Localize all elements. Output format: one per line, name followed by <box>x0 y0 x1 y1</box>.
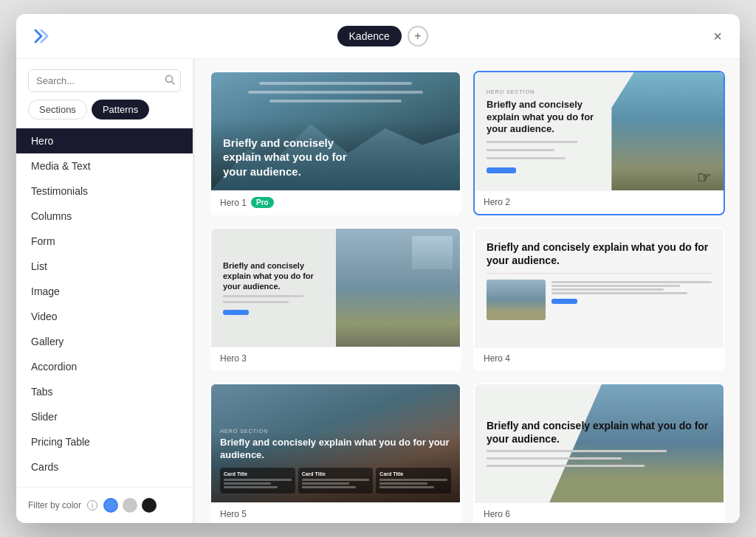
nav-item-cards[interactable]: Cards <box>16 454 193 479</box>
color-circle-gray[interactable] <box>123 498 137 513</box>
header-center: Kadence + <box>337 26 428 46</box>
cards-grid: Briefly and concisely explain what you d… <box>210 71 725 523</box>
nav-item-hero[interactable]: Hero <box>16 128 193 153</box>
color-circle-dark[interactable] <box>142 498 157 513</box>
card-hero3-image: Briefly and concisely explain what you d… <box>211 229 460 347</box>
hero4-img <box>487 280 546 320</box>
modal-body: Sections Patterns Hero Media & Text Test… <box>16 59 740 523</box>
hero3-label-text: Hero 3 <box>220 353 247 364</box>
card-hero5-label: Hero 5 <box>211 502 460 523</box>
nav-item-map[interactable]: Map <box>16 479 193 487</box>
search-icon <box>165 75 175 85</box>
card-hero2-image: HERO SECTION Briefly and concisely expla… <box>475 72 724 190</box>
tab-sections[interactable]: Sections <box>28 100 87 119</box>
nav-item-gallery[interactable]: Gallery <box>16 329 193 354</box>
hero5-eyebrow: HERO SECTION <box>220 429 451 434</box>
hero2-title: Briefly and concisely explain what you d… <box>487 99 599 136</box>
card-hero5[interactable]: HERO SECTION Briefly and concisely expla… <box>210 383 461 523</box>
color-circle-blue[interactable] <box>103 498 118 513</box>
main-modal: Kadence + × Sections <box>16 14 740 523</box>
search-input-wrap[interactable] <box>28 69 181 92</box>
card-hero3[interactable]: Briefly and concisely explain what you d… <box>210 227 461 371</box>
logo-icon <box>31 24 55 48</box>
filter-label: Filter by color <box>28 500 81 510</box>
modal-header: Kadence + × <box>16 14 740 59</box>
hero3-title: Briefly and concisely explain what you d… <box>223 260 324 292</box>
card-hero4-label: Hero 4 <box>475 347 724 370</box>
nav-item-image[interactable]: Image <box>16 279 193 304</box>
nav-item-slider[interactable]: Slider <box>16 404 193 429</box>
search-container <box>16 59 193 100</box>
hero5-label-text: Hero 5 <box>220 509 247 519</box>
nav-item-accordion[interactable]: Accordion <box>16 354 193 379</box>
hero5-title: Briefly and concisely explain what you d… <box>220 437 451 462</box>
hero4-text-content <box>551 280 712 320</box>
search-input[interactable] <box>36 75 160 86</box>
hero1-label-text: Hero 1 <box>220 198 247 208</box>
sidebar: Sections Patterns Hero Media & Text Test… <box>16 59 193 523</box>
hero4-title: Briefly and concisely explain what you d… <box>487 240 712 267</box>
brand-badge: Kadence <box>337 26 402 46</box>
card-hero2-label: Hero 2 <box>475 190 724 213</box>
card-hero3-label: Hero 3 <box>211 347 460 370</box>
nav-item-form[interactable]: Form <box>16 229 193 254</box>
nav-item-video[interactable]: Video <box>16 304 193 329</box>
card-hero6[interactable]: Briefly and concisely explain what you d… <box>473 383 725 523</box>
filter-section: Filter by color i <box>16 487 193 523</box>
content-area: Briefly and concisely explain what you d… <box>195 59 740 523</box>
hero6-title: Briefly and concisely explain what you d… <box>487 419 712 446</box>
card-hero6-image: Briefly and concisely explain what you d… <box>475 384 724 502</box>
nav-item-pricing-table[interactable]: Pricing Table <box>16 429 193 454</box>
add-button[interactable]: + <box>408 26 428 46</box>
hero2-label-text: Hero 2 <box>484 197 510 207</box>
svg-line-1 <box>172 82 175 85</box>
nav-item-list[interactable]: List <box>16 254 193 279</box>
tab-group: Sections Patterns <box>16 100 193 128</box>
card-hero6-label: Hero 6 <box>475 502 724 523</box>
nav-list: Hero Media & Text Testimonials Columns F… <box>16 128 193 487</box>
nav-item-tabs[interactable]: Tabs <box>16 379 193 404</box>
search-button[interactable] <box>165 75 175 87</box>
card-hero1-image: Briefly and concisely explain what you d… <box>211 72 460 190</box>
logo <box>31 24 55 48</box>
card-hero4[interactable]: Briefly and concisely explain what you d… <box>473 227 725 371</box>
hero1-text: Briefly and concisely explain what you d… <box>223 136 371 179</box>
info-icon[interactable]: i <box>87 500 97 510</box>
card-hero5-image: HERO SECTION Briefly and concisely expla… <box>211 384 460 502</box>
nav-item-testimonials[interactable]: Testimonials <box>16 179 193 204</box>
hero2-eyebrow: HERO SECTION <box>487 89 599 94</box>
nav-item-media-text[interactable]: Media & Text <box>16 153 193 179</box>
card-hero4-image: Briefly and concisely explain what you d… <box>475 229 724 347</box>
pro-badge: Pro <box>251 197 274 208</box>
card-hero1-label: Hero 1 Pro <box>211 190 460 214</box>
close-button[interactable]: × <box>710 25 725 48</box>
hero5-cards: Card Title Card Title <box>220 468 451 493</box>
hero4-label-text: Hero 4 <box>484 353 510 364</box>
color-circles <box>103 498 157 513</box>
card-hero2[interactable]: HERO SECTION Briefly and concisely expla… <box>473 71 725 215</box>
hero6-label-text: Hero 6 <box>484 509 510 519</box>
tab-patterns[interactable]: Patterns <box>92 100 149 119</box>
nav-item-columns[interactable]: Columns <box>16 204 193 229</box>
card-hero1[interactable]: Briefly and concisely explain what you d… <box>210 71 461 215</box>
